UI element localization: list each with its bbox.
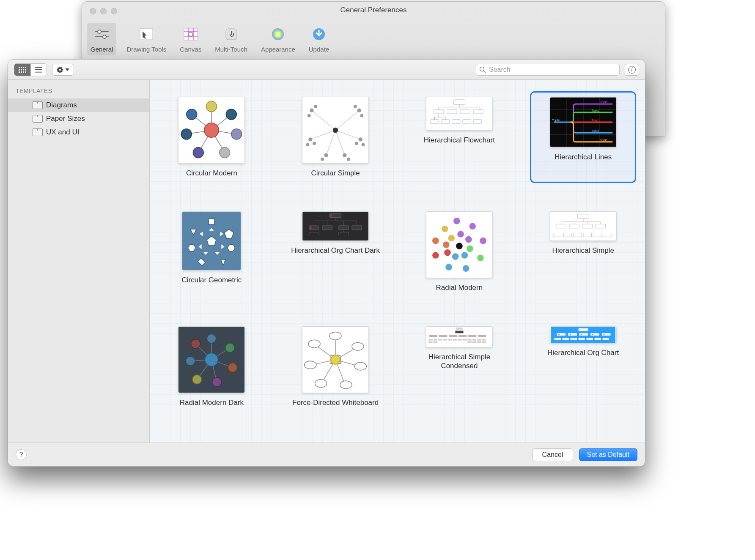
svg-rect-215 <box>586 338 593 340</box>
template-label: Circular Geometric <box>182 276 242 284</box>
svg-rect-75 <box>441 120 450 124</box>
template-hierarchical-org-chart[interactable]: Hierarchical Org Chart <box>531 322 635 411</box>
svg-rect-141 <box>573 233 581 237</box>
svg-rect-27 <box>35 69 42 70</box>
svg-rect-184 <box>468 335 476 337</box>
svg-point-45 <box>187 109 197 120</box>
template-force-directed-whiteboard[interactable]: Force-Directed Whiteboard <box>284 322 387 411</box>
svg-point-42 <box>220 148 230 158</box>
svg-point-176 <box>308 340 320 348</box>
svg-rect-112 <box>339 226 349 230</box>
list-icon <box>35 67 42 73</box>
svg-line-51 <box>335 130 345 155</box>
svg-point-153 <box>205 353 218 366</box>
svg-point-38 <box>204 123 219 137</box>
svg-rect-218 <box>558 334 560 335</box>
parent-toolbar: GeneralDrawing ToolsCanvasMulti-TouchApp… <box>87 23 332 55</box>
sidebar-item-label: Paper Sizes <box>46 115 85 123</box>
svg-point-177 <box>331 355 340 364</box>
svg-text:Topic: Topic <box>600 138 607 142</box>
parent-tab-canvas[interactable]: Canvas <box>176 23 205 55</box>
actions-menu-button[interactable] <box>52 64 74 76</box>
parent-tab-drawing-tools[interactable]: Drawing Tools <box>123 23 170 55</box>
info-button[interactable]: i <box>625 64 639 76</box>
svg-rect-205 <box>578 328 588 331</box>
parent-tab-appearance[interactable]: Appearance <box>258 23 299 55</box>
svg-rect-216 <box>594 338 601 340</box>
parent-tab-label: Drawing Tools <box>126 46 166 53</box>
template-circular-simple[interactable]: Circular Simple <box>284 93 387 182</box>
svg-point-116 <box>456 243 463 250</box>
svg-rect-200 <box>467 341 472 343</box>
svg-rect-26 <box>35 67 42 68</box>
template-hierarchical-flowchart[interactable]: Hierarchical Flowchart <box>408 93 511 182</box>
template-label: Hierarchical Simple Condensed <box>415 352 504 371</box>
svg-rect-197 <box>482 339 486 340</box>
svg-point-55 <box>307 114 311 117</box>
template-radial-modern-dark[interactable]: Radial Modern Dark <box>160 322 264 411</box>
svg-point-156 <box>228 363 237 372</box>
sidebar-item-diagrams[interactable]: Diagrams <box>8 98 149 112</box>
svg-point-170 <box>329 332 341 340</box>
svg-rect-188 <box>438 339 442 340</box>
cancel-button[interactable]: Cancel <box>533 448 573 461</box>
svg-rect-114 <box>330 214 332 217</box>
svg-rect-196 <box>477 339 481 340</box>
svg-rect-18 <box>19 69 20 70</box>
svg-point-126 <box>432 238 439 244</box>
svg-rect-193 <box>463 339 467 340</box>
svg-rect-15 <box>21 67 22 68</box>
parent-tab-general[interactable]: General <box>87 23 116 55</box>
template-thumbnail: Topic Topic Topic Topic Topic Topic <box>550 97 617 148</box>
search-input[interactable] <box>476 64 620 76</box>
template-label: Hierarchical Lines <box>555 153 612 161</box>
svg-point-132 <box>469 223 476 230</box>
svg-rect-211 <box>554 338 560 340</box>
svg-point-172 <box>354 362 366 370</box>
template-thumbnail <box>426 97 493 131</box>
template-hierarchical-lines[interactable]: Topic Topic Topic Topic Topic Topic Hier… <box>531 93 635 182</box>
template-label: Force-Directed Whiteboard <box>292 398 379 407</box>
parent-tab-multi-touch[interactable]: Multi-Touch <box>211 23 251 55</box>
svg-rect-192 <box>458 339 462 340</box>
svg-rect-190 <box>448 339 452 340</box>
svg-rect-222 <box>603 334 604 335</box>
svg-rect-144 <box>603 233 611 237</box>
svg-point-40 <box>226 109 237 120</box>
svg-rect-71 <box>447 109 457 114</box>
svg-rect-138 <box>596 224 605 228</box>
svg-point-155 <box>225 343 235 352</box>
templates-content[interactable]: Circular Modern Circular Simple Hierarch… <box>150 80 645 443</box>
update-icon <box>310 25 328 43</box>
svg-text:Topic: Topic <box>591 109 599 112</box>
sidebar-item-ux-and-ui[interactable]: UX and UI <box>8 126 149 139</box>
svg-rect-183 <box>458 335 467 337</box>
template-hierarchical-org-chart-dark[interactable]: Hierarchical Org Chart Dark <box>284 207 387 296</box>
svg-point-154 <box>207 334 216 343</box>
template-radial-modern[interactable]: Radial Modern <box>408 207 511 296</box>
template-circular-modern[interactable]: Circular Modern <box>160 93 264 182</box>
svg-text:Topic: Topic <box>600 100 607 104</box>
svg-rect-136 <box>569 224 579 228</box>
svg-rect-178 <box>456 327 462 330</box>
sidebar-item-paper-sizes[interactable]: Paper Sizes <box>8 112 149 126</box>
template-hierarchical-simple[interactable]: Hierarchical Simple <box>531 207 635 296</box>
svg-text:Topic: Topic <box>591 129 599 133</box>
svg-point-127 <box>432 252 439 259</box>
grid-view-button[interactable] <box>14 64 30 76</box>
svg-rect-73 <box>473 109 483 114</box>
svg-point-52 <box>333 128 338 133</box>
svg-rect-94 <box>209 219 214 225</box>
template-thumbnail <box>182 211 241 270</box>
svg-rect-186 <box>428 339 433 340</box>
list-view-button[interactable] <box>30 64 47 76</box>
template-circular-geometric[interactable]: Circular Geometric <box>160 207 264 296</box>
drawing-tools-icon <box>137 25 155 43</box>
template-label: Radial Modern <box>436 283 483 292</box>
template-hierarchical-simple-condensed[interactable]: Hierarchical Simple Condensed <box>408 322 511 411</box>
help-button[interactable]: ? <box>16 449 27 460</box>
template-thumbnail <box>178 97 245 164</box>
svg-point-66 <box>321 158 324 161</box>
set-default-button[interactable]: Set as Default <box>579 448 638 461</box>
parent-tab-update[interactable]: Update <box>305 23 332 55</box>
